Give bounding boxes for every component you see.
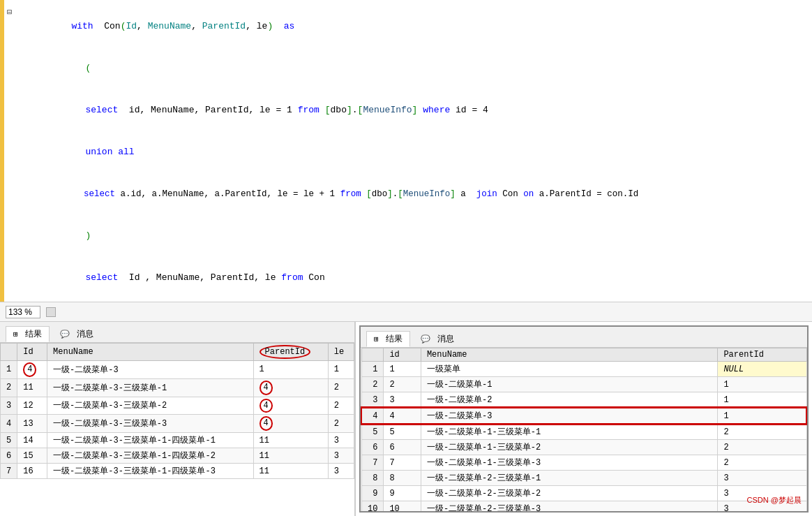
table-row: 1 1 一级菜单 NULL [361, 362, 806, 377]
table-row: 5 14 一级-二级菜单-3-三级菜单-1-四级菜单-1 11 3 [1, 433, 354, 448]
left-col-menuname: MenuName [47, 344, 254, 361]
cell-parentid-6: 11 [253, 448, 328, 464]
results-area: ⊞ 结果 💬 消息 Id MenuName [0, 322, 812, 516]
r-cell-name-9: 一级-二级菜单-2-三级菜单-2 [421, 486, 718, 501]
code-line-1: with Con(Id, MenuName, ParentId, le) as [28, 6, 294, 47]
r-cell-id-9: 9 [384, 486, 421, 501]
right-results-label: 结果 [386, 334, 403, 344]
parentid-circle-2: 4 [260, 381, 273, 395]
left-results-table: Id MenuName ParentId le 1 [0, 343, 354, 479]
cell-le-7: 3 [328, 464, 354, 479]
r-cell-parentid-4: 1 [718, 408, 806, 424]
row-num-1: 1 [1, 361, 17, 379]
r-cell-name-4: 一级-二级菜单-3 [421, 408, 718, 424]
cell-le-4: 2 [328, 415, 354, 433]
right-results-icon: ⊞ [374, 335, 379, 344]
r-row-num-5: 5 [361, 424, 384, 440]
cell-id-6: 15 [17, 448, 47, 464]
right-table-container: id MenuName ParentId 1 1 一级菜单 NULL [361, 348, 807, 511]
row-num-5: 5 [1, 433, 17, 448]
right-col-id: id [384, 348, 421, 362]
r-cell-parentid-2: 1 [718, 377, 806, 392]
left-tab-bar: ⊞ 结果 💬 消息 [0, 322, 354, 343]
right-col-rownum [361, 348, 384, 362]
r-row-num-9: 9 [361, 486, 384, 501]
right-col-menuname: MenuName [421, 348, 718, 362]
r-cell-id-3: 3 [384, 392, 421, 408]
row-num-3: 3 [1, 397, 17, 415]
r-cell-name-1: 一级菜单 [421, 362, 718, 377]
table-row-highlighted-4: 4 4 一级-二级菜单-3 1 [361, 408, 806, 424]
r-cell-name-2: 一级-二级菜单-1 [421, 377, 718, 392]
cell-le-3: 2 [328, 397, 354, 415]
r-cell-id-5: 5 [384, 424, 421, 440]
right-col-parentid: ParentId [718, 348, 806, 362]
left-tab-results[interactable]: ⊞ 结果 [6, 326, 50, 342]
collapse-icon[interactable]: ⊟ [7, 8, 12, 17]
cell-name-1: 一级-二级菜单-3 [47, 361, 254, 379]
cell-parentid-2: 4 [253, 378, 328, 397]
right-tab-bar: ⊞ 结果 💬 消息 [361, 327, 807, 348]
right-results-table: id MenuName ParentId 1 1 一级菜单 NULL [361, 348, 807, 511]
code-line-4: union all [28, 131, 135, 173]
cell-parentid-5: 11 [253, 433, 328, 448]
row-num-2: 2 [1, 378, 17, 397]
cell-name-5: 一级-二级菜单-3-三级菜单-1-四级菜单-1 [47, 433, 254, 448]
table-row: 3 3 一级-二级菜单-2 1 [361, 392, 806, 408]
r-cell-parentid-7: 2 [718, 455, 806, 471]
right-tab-results[interactable]: ⊞ 结果 [366, 331, 410, 347]
left-panel: ⊞ 结果 💬 消息 Id MenuName [0, 322, 356, 516]
table-row: 7 16 一级-二级菜单-3-三级菜单-1-四级菜单-3 11 3 [1, 464, 354, 479]
r-cell-name-8: 一级-二级菜单-2-三级菜单-1 [421, 471, 718, 486]
r-cell-parentid-8: 3 [718, 471, 806, 486]
code-line-3: select id, MenuName, ParentId, le = 1 fr… [28, 89, 488, 131]
right-messages-icon: 💬 [421, 335, 430, 344]
messages-icon: 💬 [60, 330, 70, 339]
left-tab-messages[interactable]: 💬 消息 [52, 326, 101, 342]
code-line-5: select a.id, a.MenuName, a.ParentId, le … [28, 173, 638, 215]
r-cell-name-3: 一级-二级菜单-2 [421, 392, 718, 408]
r-cell-parentid-5: 2 [718, 424, 806, 440]
cell-parentid-7: 11 [253, 464, 328, 479]
r-row-num-10: 10 [361, 501, 384, 512]
cell-name-3: 一级-二级菜单-3-三级菜单-2 [47, 397, 254, 415]
cell-le-2: 2 [328, 378, 354, 397]
r-cell-id-2: 2 [384, 377, 421, 392]
code-line-6: ) [28, 215, 91, 257]
table-row: 2 11 一级-二级菜单-3-三级菜单-1 4 2 [1, 378, 354, 397]
r-cell-id-6: 6 [384, 440, 421, 455]
row-num-7: 7 [1, 464, 17, 479]
r-cell-parentid-1: NULL [718, 362, 806, 377]
right-panel: ⊞ 结果 💬 消息 id MenuName ParentId [359, 325, 809, 513]
table-row: 10 10 一级-二级菜单-2-三级菜单-3 3 [361, 501, 806, 512]
right-tab-messages[interactable]: 💬 消息 [413, 331, 462, 347]
left-col-id: Id [17, 344, 47, 361]
results-icon: ⊞ [13, 330, 18, 339]
r-row-num-4: 4 [361, 408, 384, 424]
toolbar [0, 302, 812, 322]
watermark: CSDN @梦起晨 [747, 495, 802, 506]
cell-id-7: 16 [17, 464, 47, 479]
zoom-input[interactable] [6, 306, 40, 318]
left-table-header: Id MenuName ParentId le [1, 344, 354, 361]
left-messages-label: 消息 [77, 330, 93, 339]
parentid-circle-4: 4 [260, 416, 273, 431]
table-row: 2 2 一级-二级菜单-1 1 [361, 377, 806, 392]
r-row-num-7: 7 [361, 455, 384, 471]
right-messages-label: 消息 [437, 334, 454, 344]
scroll-indicator [46, 307, 56, 317]
right-table-header: id MenuName ParentId [361, 348, 806, 362]
r-cell-name-6: 一级-二级菜单-1-三级菜单-2 [421, 440, 718, 455]
cell-name-7: 一级-二级菜单-3-三级菜单-1-四级菜单-3 [47, 464, 254, 479]
cell-parentid-1: 1 [253, 361, 328, 379]
table-row: 7 7 一级-二级菜单-1-三级菜单-3 2 [361, 455, 806, 471]
row-num-6: 6 [1, 448, 17, 464]
r-row-num-2: 2 [361, 377, 384, 392]
id-circle-1: 4 [23, 362, 36, 377]
left-results-label: 结果 [25, 330, 42, 339]
table-row: 6 6 一级-二级菜单-1-三级菜单-2 2 [361, 440, 806, 455]
cell-parentid-3: 4 [253, 397, 328, 415]
r-cell-parentid-6: 2 [718, 440, 806, 455]
cell-id-5: 14 [17, 433, 47, 448]
table-row: 5 5 一级-二级菜单-1-三级菜单-1 2 [361, 424, 806, 440]
